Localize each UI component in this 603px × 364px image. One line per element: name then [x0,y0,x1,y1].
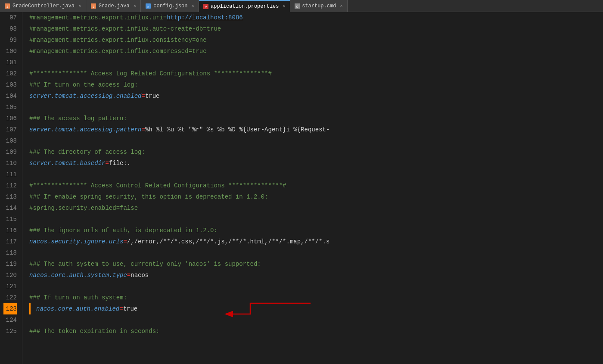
equals-sign: = [123,238,127,245]
svg-text:{}: {} [147,6,149,8]
comment-text: #*************** Access Log Related Conf… [29,70,272,77]
code-line-122: ### If turn on auth system: [29,292,603,303]
code-line-97: #management.metrics.export.influx.uri=ht… [29,12,603,23]
line-number-110: 110 [3,158,17,169]
tab-label: config.json [153,3,187,9]
line-number-119: 119 [3,258,17,270]
code-line-101 [29,57,603,68]
tab-close-button[interactable]: × [134,3,137,9]
line-number-113: 113 [3,191,17,202]
comment-text: ### The access log pattern: [29,115,127,122]
code-line-116: ### The ignore urls of auth, is deprecat… [29,225,603,236]
line-number-125: 125 [3,326,17,337]
line-number-122: 122 [3,292,17,303]
equals-sign: = [141,126,145,133]
tab-grade[interactable]: JGrade.java× [86,0,141,12]
property-value: true [145,93,160,100]
tab-close-button[interactable]: × [340,3,343,9]
tab-config[interactable]: {}config.json× [141,0,199,12]
line-number-115: 115 [3,214,17,225]
json-file-icon: {} [145,3,151,9]
tab-startup-cmd[interactable]: Cstartup.cmd× [290,0,348,12]
line-number-106: 106 [3,113,17,124]
comment-text: ### The ignore urls of auth, is deprecat… [29,227,218,234]
code-line-115 [29,214,603,225]
equals-sign: = [141,93,145,100]
tab-close-button[interactable]: × [191,3,194,9]
comment-text: ### The directory of access log: [29,149,145,156]
line-number-120: 120 [3,270,17,281]
property-value: file:. [109,160,131,167]
svg-text:C: C [296,5,298,8]
property-value: /,/error,/**/*.css,/**/*.js,/**/*.html,/… [127,238,329,245]
code-line-102: #*************** Access Log Related Conf… [29,68,603,79]
code-line-114: #spring.security.enabled=false [29,202,603,214]
equals-sign: = [119,305,123,312]
comment-text: #*************** Access Control Related … [29,182,286,189]
line-number-100: 100 [3,46,17,57]
props-file-icon: P [203,4,208,9]
line-number-104: 104 [3,90,17,102]
comment-text: ### The token expiration in seconds: [29,328,159,335]
comment-text: ### If enable spring security, this opti… [29,193,268,200]
tab-close-button[interactable]: × [283,4,286,9]
tab-application-properties[interactable]: Papplication.properties× [199,0,290,12]
property-key: nacos.core.auth.system.type [29,272,127,279]
code-line-106: ### The access log pattern: [29,113,603,124]
line-number-114: 114 [3,202,17,214]
line-number-98: 98 [3,23,17,34]
comment-text: #management.metrics.export.influx.auto-c… [29,25,221,32]
tab-label: GradeController.java [12,3,75,9]
line-number-102: 102 [3,68,17,79]
code-line-107: server.tomcat.accesslog.pattern=%h %l %u… [29,124,603,135]
line-number-109: 109 [3,146,17,158]
line-number-124: 124 [3,314,17,326]
comment-text: ### The auth system to use, currently on… [29,261,261,268]
property-value: true [123,305,138,312]
code-line-104: server.tomcat.accesslog.enabled=true [29,90,603,102]
svg-text:P: P [205,6,207,9]
property-key: nacos.core.auth.enabled [36,305,119,312]
line-number-103: 103 [3,79,17,90]
code-line-108 [29,135,603,146]
comment-text: ### If turn on auth system: [29,294,127,301]
property-value: nacos [131,272,149,279]
tab-grade-controller[interactable]: JGradeController.java× [0,0,86,12]
comment-text: #management.metrics.export.influx.consis… [29,37,207,44]
line-number-116: 116 [3,225,17,236]
code-line-123: nacos.core.auth.enabled=true [29,303,603,314]
code-line-110: server.tomcat.basedir=file:. [29,158,603,169]
line-number-111: 111 [3,169,17,180]
comment-text: #management.metrics.export.influx.uri= [29,14,167,21]
property-value: %h %l %u %t "%r" %s %b %D %{User-Agent}i… [145,126,329,133]
equals-sign: = [105,160,109,167]
tab-close-button[interactable]: × [78,3,81,9]
property-key: nacos.security.ignore.urls [29,238,123,245]
code-line-119: ### The auth system to use, currently on… [29,258,603,270]
code-area: #management.metrics.export.influx.uri=ht… [22,12,603,364]
tab-label: Grade.java [99,3,130,9]
cmd-file-icon: C [295,3,300,9]
code-line-118 [29,247,603,258]
tab-bar: JGradeController.java×JGrade.java×{}conf… [0,0,603,12]
svg-text:J: J [6,5,8,8]
code-line-100: #management.metrics.export.influx.compre… [29,46,603,57]
line-number-99: 99 [3,34,17,46]
code-line-125: ### The token expiration in seconds: [29,326,603,337]
line-number-117: 117 [3,236,17,247]
line-number-97: 97 [3,12,17,23]
property-key: server.tomcat.accesslog.enabled [29,93,141,100]
java-file-icon: J [90,3,96,9]
tab-label: application.properties [211,3,279,9]
line-number-101: 101 [3,57,17,68]
code-line-98: #management.metrics.export.influx.auto-c… [29,23,603,34]
code-line-111 [29,169,603,180]
line-number-112: 112 [3,180,17,191]
line-number-107: 107 [3,124,17,135]
line-number-105: 105 [3,102,17,113]
code-line-121 [29,281,603,292]
editor-area: 9798991001011021031041051061071081091101… [0,12,603,364]
url-link[interactable]: http://localhost:8086 [167,14,242,21]
code-line-117: nacos.security.ignore.urls=/,/error,/**/… [29,236,603,247]
line-numbers: 9798991001011021031041051061071081091101… [0,12,22,364]
